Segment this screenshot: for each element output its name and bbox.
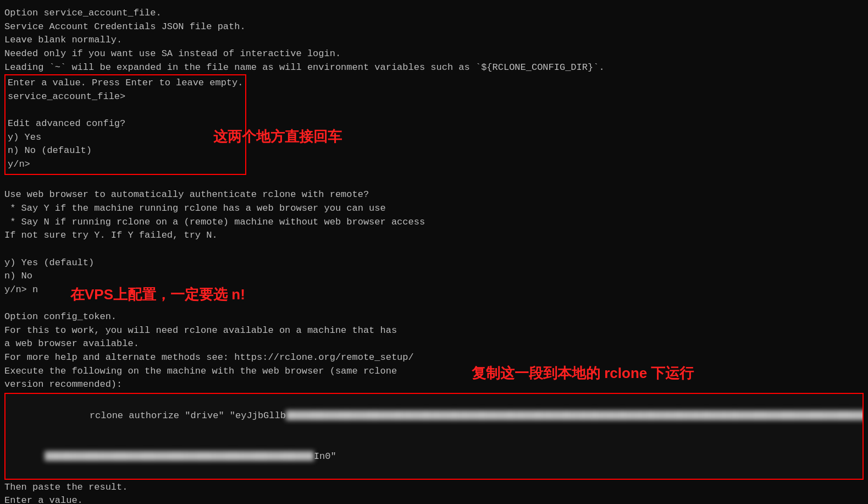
rclone-command-box: rclone authorize "drive" "eyJjbGllb█████… (4, 393, 864, 480)
line-19: y) Yes (default) (4, 256, 864, 270)
line-14: Use web browser to automatically authent… (4, 188, 864, 202)
line-27: Execute the following on the machine wit… (4, 365, 864, 379)
line-12: y/n> (8, 158, 243, 172)
line-3: Leave blank normally. (4, 34, 864, 47)
line-31: Then paste the result. (4, 481, 864, 495)
rclone-cmd-blur1: ████████████████████████████████████████… (286, 410, 864, 421)
annotation-2: 在VPS上配置，一定要选 n! (70, 284, 245, 305)
line-24: For this to work, you will need rclone a… (4, 324, 864, 338)
red-box-1: Enter a value. Press Enter to leave empt… (4, 74, 246, 174)
terminal-content: Option service_account_file. Service Acc… (4, 7, 864, 504)
annotation-3: 复制这一段到本地的 rclone 下运行 (472, 363, 694, 384)
line-10: y) Yes (8, 131, 243, 145)
rclone-cmd-blur2: ████████████████████████████████████████… (45, 451, 314, 462)
line-25: a web browser available. (4, 337, 864, 351)
line-20: n) No (4, 270, 864, 283)
rclone-cmd-post: In0" (314, 451, 336, 462)
line-1: Option service_account_file. (4, 7, 864, 20)
line-16: * Say N if running rclone on a (remote) … (4, 216, 864, 229)
line-7: service_account_file> (8, 90, 243, 104)
line-23: Option config_token. (4, 310, 864, 324)
line-9: Edit advanced config? (8, 117, 243, 131)
terminal-window: Option service_account_file. Service Acc… (0, 4, 868, 504)
line-11: n) No (default) (8, 144, 243, 158)
line-15: * Say Y if the machine running rclone ha… (4, 202, 864, 216)
line-32: Enter a value. (4, 494, 864, 504)
line-5: Leading `~` will be expanded in the file… (4, 61, 864, 75)
line-26: For more help and alternate methods see:… (4, 351, 864, 365)
line-17: If not sure try Y. If Y failed, try N. (4, 229, 864, 243)
rclone-cmd-pre: rclone authorize "drive" "eyJjbGllb (45, 410, 286, 421)
line-2: Service Account Credentials JSON file pa… (4, 20, 864, 34)
line-6: Enter a value. Press Enter to leave empt… (8, 76, 243, 90)
annotation-1: 这两个地方直接回车 (213, 127, 342, 147)
line-4: Needed only if you want use SA instead o… (4, 47, 864, 61)
line-28: version recommended): (4, 378, 864, 392)
